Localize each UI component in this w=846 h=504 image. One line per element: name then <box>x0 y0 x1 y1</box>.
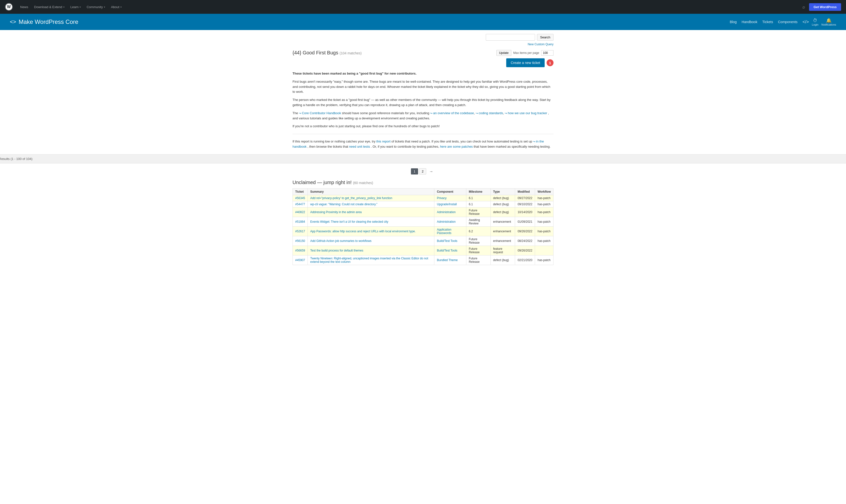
page-2-button[interactable]: 2 <box>419 168 426 175</box>
summary-link[interactable]: wp-cli vague: "Warning: Could not create… <box>310 202 377 206</box>
get-wordpress-button[interactable]: Get WordPress <box>809 3 841 11</box>
component-link[interactable]: Upgrade/Install <box>437 202 457 206</box>
summary-link[interactable]: Test the build process for default theme… <box>310 249 363 252</box>
ticket-type: feature request <box>491 246 515 255</box>
make-nav-components[interactable]: Components <box>778 20 797 24</box>
update-button[interactable]: Update <box>496 50 511 56</box>
description-para3-mid: should have some good reference material… <box>342 111 430 115</box>
component-link[interactable]: Application Passwords <box>437 228 451 235</box>
ticket-milestone: Awaiting Review <box>466 217 491 227</box>
summary-link[interactable]: Addressing Proximity in the admin area <box>310 211 362 214</box>
description-bold: These tickets have been marked as being … <box>293 71 553 76</box>
ticket-milestone: 6.2 <box>466 227 491 236</box>
ticket-workflow: has-patch <box>535 227 553 236</box>
ticket-type: defect (bug) <box>491 195 515 201</box>
search-input[interactable] <box>486 34 535 41</box>
nav-item-learn-label: Learn <box>70 5 78 9</box>
component-link[interactable]: Administration <box>437 211 456 214</box>
results-label: Results (1 - 100 of 104) <box>0 157 33 161</box>
description-para1: First bugs aren't necessarily "easy," th… <box>293 79 553 94</box>
nav-item-community-label: Community <box>87 5 103 9</box>
ticket-link[interactable]: #56345 <box>295 196 305 200</box>
component-link[interactable]: Administration <box>437 220 456 223</box>
description-para4: If you're not a contributor who is just … <box>293 124 553 129</box>
nav-links: News Download & Extend ▾ Learn ▾ Communi… <box>18 4 803 10</box>
report-para: If this report is running low or nothing… <box>293 139 553 149</box>
pagination: 1 2 → <box>0 168 846 175</box>
summary-link[interactable]: Add rel="privacy-policy' to get_the_priv… <box>310 196 392 200</box>
code-nav-icon-group[interactable]: </> <box>803 19 809 24</box>
page-1-button[interactable]: 1 <box>411 168 418 175</box>
this-report-link[interactable]: this report <box>376 140 390 143</box>
code-icon: <> <box>10 19 16 25</box>
component-link[interactable]: Bundled Theme <box>437 258 458 262</box>
ticket-link[interactable]: #56150 <box>295 239 305 242</box>
make-title-link[interactable]: <> Make WordPress Core <box>10 18 78 25</box>
component-link[interactable]: Privacy <box>437 196 446 200</box>
summary-link[interactable]: Twenty Nineteen: Right-aligned, uncaptio… <box>310 257 428 264</box>
login-icon-group[interactable]: ⏱ Login <box>812 18 818 26</box>
nav-item-community[interactable]: Community ▾ <box>84 4 108 10</box>
bug-tracker-link[interactable]: how we use our bug tracker <box>505 111 547 115</box>
ticket-link[interactable]: #51884 <box>295 220 305 223</box>
max-items-label: Max items per page <box>513 51 539 55</box>
col-ticket: Ticket <box>293 188 308 195</box>
ticket-milestone: 6.1 <box>466 201 491 207</box>
ticket-milestone: 6.1 <box>466 195 491 201</box>
patches-link[interactable]: here are some patches <box>440 145 473 148</box>
ticket-modified: 09/10/2022 <box>515 201 535 207</box>
nav-item-download[interactable]: Download & Extend ▾ <box>32 4 67 10</box>
ticket-summary: Addressing Proximity in the admin area <box>308 207 434 217</box>
ticket-type: enhancement <box>491 217 515 227</box>
make-header: <> Make WordPress Core Blog Handbook Tic… <box>0 14 846 30</box>
table-header: Ticket Summary Component Milestone Type … <box>293 188 553 195</box>
summary-link[interactable]: Events Widget: There isn't a UI for clea… <box>310 220 388 223</box>
search-button[interactable]: Search <box>537 34 553 41</box>
create-ticket-button[interactable]: Create a new ticket <box>506 58 545 67</box>
notifications-icon-group[interactable]: 🔔 Notifications <box>822 18 836 26</box>
ticket-link[interactable]: #45907 <box>295 258 305 262</box>
nav-item-download-label: Download & Extend <box>34 5 62 9</box>
ticket-link[interactable]: #52617 <box>295 230 305 233</box>
component-link[interactable]: Build/Test Tools <box>437 239 457 242</box>
nav-item-news[interactable]: News <box>18 4 31 10</box>
ticket-summary: Twenty Nineteen: Right-aligned, uncaptio… <box>308 255 434 265</box>
about-chevron-icon: ▾ <box>120 6 122 8</box>
codebase-link[interactable]: an overview of the codebase <box>430 111 474 115</box>
table-row: #40822 Addressing Proximity in the admin… <box>293 207 553 217</box>
make-nav-tickets[interactable]: Tickets <box>762 20 773 24</box>
component-link[interactable]: Build/Test Tools <box>437 249 457 252</box>
table-row: #56150 Add GitHub Action job summaries t… <box>293 236 553 246</box>
need-unit-tests-link[interactable]: need unit tests <box>349 145 370 148</box>
wordpress-logo[interactable]: W <box>5 3 13 11</box>
notifications-label: Notifications <box>822 23 836 26</box>
new-custom-query-link[interactable]: New Custom Query <box>293 42 553 46</box>
coding-standards-link[interactable]: coding standards <box>476 111 503 115</box>
summary-link[interactable]: Add GitHub Action job summaries to workf… <box>310 239 372 242</box>
search-icon[interactable]: ⌕ <box>803 4 805 10</box>
nav-item-about[interactable]: About ▾ <box>109 4 124 10</box>
notification-badge: 1 <box>547 59 553 66</box>
max-items-input[interactable] <box>541 50 553 56</box>
update-area: Update Max items per page Create a new t… <box>496 50 553 67</box>
core-contributor-handbook-link[interactable]: Core Contributor Handbook <box>299 111 341 115</box>
nav-item-learn[interactable]: Learn ▾ <box>68 4 83 10</box>
description-para3-prefix: The <box>293 111 299 115</box>
ticket-link[interactable]: #56659 <box>295 249 305 252</box>
search-bar: Search <box>293 34 553 41</box>
description-area: These tickets have been marked as being … <box>293 71 553 149</box>
ticket-milestone: Future Release <box>466 246 491 255</box>
nav-right: ⌕ Get WordPress <box>803 3 841 11</box>
make-nav-handbook[interactable]: Handbook <box>742 20 757 24</box>
create-row: Create a new ticket 1 <box>506 58 553 67</box>
make-nav-blog[interactable]: Blog <box>730 20 737 24</box>
unclaimed-title: Unclaimed — jump right in! (60 matches) <box>293 180 553 185</box>
next-page-arrow[interactable]: → <box>427 168 435 175</box>
report-mid: of tickets that need a patch. If you lik… <box>391 140 533 143</box>
ticket-link[interactable]: #54477 <box>295 202 305 206</box>
divider <box>293 134 553 134</box>
col-milestone: Milestone <box>466 188 491 195</box>
summary-link[interactable]: App Passwords: allow http success and re… <box>310 230 416 233</box>
ticket-number: #54477 <box>293 201 308 207</box>
ticket-link[interactable]: #40822 <box>295 211 305 214</box>
